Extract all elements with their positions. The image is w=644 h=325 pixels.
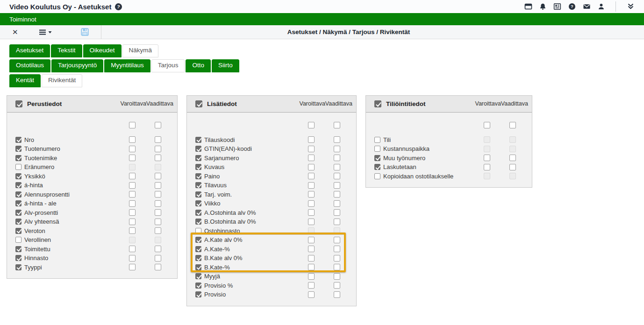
field-checkbox[interactable] [195, 137, 201, 143]
panel-select-checkbox[interactable] [195, 100, 202, 107]
varoittava-checkbox[interactable] [308, 155, 315, 161]
varoittava-checkbox[interactable] [129, 255, 136, 261]
vaadittava-checkbox[interactable] [155, 246, 161, 252]
field-checkbox[interactable] [195, 146, 201, 152]
panel-select-checkbox[interactable] [374, 100, 381, 107]
field-checkbox[interactable] [15, 200, 21, 206]
vaadittava-checkbox[interactable] [334, 164, 340, 170]
varoittava-checkbox[interactable] [484, 155, 490, 161]
vaadittava-checkbox[interactable] [155, 255, 161, 261]
field-checkbox[interactable] [15, 155, 21, 161]
selectall-vaadittava-checkbox[interactable] [155, 122, 161, 128]
tab-oikeudet[interactable]: Oikeudet [83, 44, 122, 57]
vaadittava-checkbox[interactable] [334, 273, 340, 280]
field-checkbox[interactable] [374, 137, 380, 143]
selectall-varoittava-checkbox[interactable] [129, 122, 136, 128]
varoittava-checkbox[interactable] [308, 200, 315, 207]
vaadittava-checkbox[interactable] [334, 219, 340, 225]
varoittava-checkbox[interactable] [129, 191, 136, 198]
vaadittava-checkbox[interactable] [334, 291, 340, 298]
field-checkbox[interactable] [15, 164, 21, 170]
vaadittava-checkbox[interactable] [155, 264, 161, 270]
news-icon[interactable] [553, 3, 561, 10]
vaadittava-checkbox[interactable] [334, 255, 340, 261]
vaadittava-checkbox[interactable] [334, 200, 340, 207]
field-checkbox[interactable] [374, 155, 380, 161]
field-checkbox[interactable] [15, 255, 21, 261]
varoittava-checkbox[interactable] [129, 155, 136, 161]
tab-myyntitilaus[interactable]: Myyntitilaus [104, 59, 150, 72]
varoittava-checkbox[interactable] [129, 246, 136, 252]
vaadittava-checkbox[interactable] [155, 209, 161, 216]
field-checkbox[interactable] [195, 255, 201, 261]
collapse-double-chevron-icon[interactable] [627, 3, 635, 10]
tab-kentät[interactable]: Kentät [9, 74, 41, 87]
tab-ostotilaus[interactable]: Ostotilaus [9, 59, 50, 72]
field-checkbox[interactable] [15, 146, 21, 152]
tab-rivikentät[interactable]: Rivikentät [42, 74, 82, 87]
varoittava-checkbox[interactable] [129, 264, 136, 270]
panel-select-checkbox[interactable] [15, 100, 22, 107]
field-checkbox[interactable] [195, 283, 201, 289]
vaadittava-checkbox[interactable] [334, 209, 340, 216]
field-checkbox[interactable] [195, 191, 201, 198]
varoittava-checkbox[interactable] [129, 227, 136, 234]
varoittava-checkbox[interactable] [129, 136, 136, 143]
field-checkbox[interactable] [195, 164, 201, 170]
window-icon[interactable] [524, 3, 532, 10]
selectall-vaadittava-checkbox[interactable] [509, 122, 516, 128]
field-checkbox[interactable] [195, 173, 201, 179]
field-checkbox[interactable] [15, 137, 21, 143]
vaadittava-checkbox[interactable] [155, 227, 161, 234]
vaadittava-checkbox[interactable] [334, 146, 340, 152]
vaadittava-checkbox[interactable] [509, 155, 516, 161]
varoittava-checkbox[interactable] [308, 191, 315, 198]
varoittava-checkbox[interactable] [129, 182, 136, 189]
varoittava-checkbox[interactable] [308, 173, 315, 179]
vaadittava-checkbox[interactable] [334, 237, 340, 243]
field-checkbox[interactable] [195, 291, 201, 297]
field-checkbox[interactable] [195, 273, 201, 279]
varoittava-checkbox[interactable] [308, 209, 315, 216]
hamburger-menu-icon[interactable] [39, 29, 52, 35]
vaadittava-checkbox[interactable] [334, 191, 340, 198]
varoittava-checkbox[interactable] [129, 173, 136, 179]
question-circle-icon[interactable]: ? [568, 3, 576, 10]
vaadittava-checkbox[interactable] [155, 219, 161, 225]
selectall-vaadittava-checkbox[interactable] [334, 122, 340, 128]
varoittava-checkbox[interactable] [129, 209, 136, 216]
vaadittava-checkbox[interactable] [334, 182, 340, 189]
field-checkbox[interactable] [195, 246, 201, 252]
field-checkbox[interactable] [195, 264, 201, 270]
varoittava-checkbox[interactable] [308, 282, 315, 289]
field-checkbox[interactable] [15, 219, 21, 225]
tab-näkymä[interactable]: Näkymä [122, 44, 159, 57]
field-checkbox[interactable] [195, 155, 201, 161]
field-checkbox[interactable] [195, 210, 201, 216]
vaadittava-checkbox[interactable] [334, 282, 340, 289]
close-icon[interactable]: ✕ [12, 28, 18, 35]
varoittava-checkbox[interactable] [308, 164, 315, 170]
vaadittava-checkbox[interactable] [334, 173, 340, 179]
menu-item-toiminnot[interactable]: Toiminnot [9, 16, 36, 23]
field-checkbox[interactable] [15, 246, 21, 252]
user-icon[interactable] [598, 3, 605, 10]
field-checkbox[interactable] [15, 264, 21, 270]
tab-tarjouspyyntö[interactable]: Tarjouspyyntö [51, 59, 103, 72]
field-checkbox[interactable] [374, 173, 380, 179]
vaadittava-checkbox[interactable] [334, 136, 340, 143]
tab-tekstit[interactable]: Tekstit [51, 44, 82, 57]
vaadittava-checkbox[interactable] [155, 136, 161, 143]
vaadittava-checkbox[interactable] [155, 200, 161, 207]
varoittava-checkbox[interactable] [308, 237, 315, 243]
field-checkbox[interactable] [195, 237, 201, 243]
field-checkbox[interactable] [195, 200, 201, 206]
question-circle-icon[interactable]: ? [114, 2, 123, 11]
varoittava-checkbox[interactable] [308, 291, 315, 298]
tab-asetukset[interactable]: Asetukset [9, 44, 50, 57]
tab-siirto[interactable]: Siirto [212, 59, 239, 72]
vaadittava-checkbox[interactable] [155, 146, 161, 152]
field-checkbox[interactable] [195, 228, 201, 234]
vaadittava-checkbox[interactable] [155, 173, 161, 179]
varoittava-checkbox[interactable] [129, 219, 136, 225]
